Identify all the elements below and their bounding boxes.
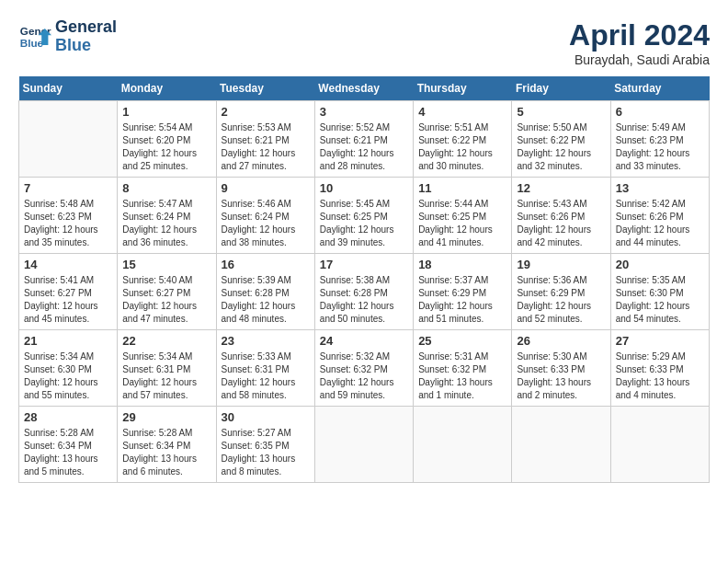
day-info: Sunrise: 5:50 AM Sunset: 6:22 PM Dayligh…: [517, 121, 605, 173]
location-subtitle: Buraydah, Saudi Arabia: [569, 52, 710, 67]
day-info: Sunrise: 5:28 AM Sunset: 6:34 PM Dayligh…: [122, 427, 210, 478]
day-number: 22: [122, 334, 210, 348]
calendar-cell: 22Sunrise: 5:34 AM Sunset: 6:31 PM Dayli…: [118, 330, 216, 407]
day-info: Sunrise: 5:35 AM Sunset: 6:30 PM Dayligh…: [616, 274, 704, 326]
day-number: 19: [517, 258, 605, 271]
day-info: Sunrise: 5:46 AM Sunset: 6:24 PM Dayligh…: [222, 198, 310, 249]
day-number: 27: [616, 334, 704, 348]
day-info: Sunrise: 5:54 AM Sunset: 6:20 PM Dayligh…: [122, 121, 210, 173]
day-info: Sunrise: 5:44 AM Sunset: 6:25 PM Dayligh…: [418, 198, 506, 249]
calendar-cell: [314, 407, 413, 483]
day-info: Sunrise: 5:53 AM Sunset: 6:21 PM Dayligh…: [222, 121, 310, 173]
day-info: Sunrise: 5:33 AM Sunset: 6:31 PM Dayligh…: [222, 350, 310, 402]
day-number: 3: [320, 105, 408, 119]
page-header: General Blue General Blue April 2024 Bur…: [18, 18, 710, 67]
calendar-cell: 30Sunrise: 5:27 AM Sunset: 6:35 PM Dayli…: [216, 407, 314, 483]
calendar-cell: 6Sunrise: 5:49 AM Sunset: 6:23 PM Daylig…: [610, 101, 709, 178]
calendar-cell: 28Sunrise: 5:28 AM Sunset: 6:34 PM Dayli…: [19, 407, 118, 483]
calendar-cell: 9Sunrise: 5:46 AM Sunset: 6:24 PM Daylig…: [216, 178, 314, 254]
calendar-cell: 4Sunrise: 5:51 AM Sunset: 6:22 PM Daylig…: [414, 101, 512, 178]
weekday-header-tuesday: Tuesday: [216, 76, 314, 101]
calendar-cell: 29Sunrise: 5:28 AM Sunset: 6:34 PM Dayli…: [118, 407, 216, 483]
calendar-cell: 20Sunrise: 5:35 AM Sunset: 6:30 PM Dayli…: [610, 254, 709, 330]
title-block: April 2024 Buraydah, Saudi Arabia: [569, 18, 710, 67]
day-number: 18: [418, 258, 506, 271]
calendar-cell: 18Sunrise: 5:37 AM Sunset: 6:29 PM Dayli…: [414, 254, 512, 330]
calendar-week-row: 28Sunrise: 5:28 AM Sunset: 6:34 PM Dayli…: [19, 407, 710, 483]
day-number: 15: [122, 258, 210, 271]
day-info: Sunrise: 5:34 AM Sunset: 6:30 PM Dayligh…: [24, 350, 112, 402]
day-number: 8: [122, 181, 210, 195]
day-number: 7: [24, 181, 112, 195]
day-info: Sunrise: 5:45 AM Sunset: 6:25 PM Dayligh…: [320, 198, 408, 249]
day-number: 21: [24, 334, 112, 348]
day-number: 1: [122, 105, 210, 119]
calendar-cell: 26Sunrise: 5:30 AM Sunset: 6:33 PM Dayli…: [512, 330, 610, 407]
day-info: Sunrise: 5:36 AM Sunset: 6:29 PM Dayligh…: [517, 274, 605, 326]
calendar-cell: [19, 101, 118, 178]
day-number: 26: [517, 334, 605, 348]
calendar-cell: 19Sunrise: 5:36 AM Sunset: 6:29 PM Dayli…: [512, 254, 610, 330]
calendar-cell: 5Sunrise: 5:50 AM Sunset: 6:22 PM Daylig…: [512, 101, 610, 178]
day-number: 5: [517, 105, 605, 119]
day-info: Sunrise: 5:47 AM Sunset: 6:24 PM Dayligh…: [122, 198, 210, 249]
calendar-cell: 11Sunrise: 5:44 AM Sunset: 6:25 PM Dayli…: [414, 178, 512, 254]
day-number: 12: [517, 181, 605, 195]
day-info: Sunrise: 5:31 AM Sunset: 6:32 PM Dayligh…: [418, 350, 506, 402]
day-number: 20: [616, 258, 704, 271]
calendar-cell: 17Sunrise: 5:38 AM Sunset: 6:28 PM Dayli…: [314, 254, 413, 330]
calendar-table: SundayMondayTuesdayWednesdayThursdayFrid…: [18, 76, 710, 483]
calendar-cell: 15Sunrise: 5:40 AM Sunset: 6:27 PM Dayli…: [118, 254, 216, 330]
day-info: Sunrise: 5:34 AM Sunset: 6:31 PM Dayligh…: [122, 350, 210, 402]
day-number: 6: [616, 105, 704, 119]
calendar-cell: 14Sunrise: 5:41 AM Sunset: 6:27 PM Dayli…: [19, 254, 118, 330]
calendar-cell: 10Sunrise: 5:45 AM Sunset: 6:25 PM Dayli…: [314, 178, 413, 254]
weekday-header-row: SundayMondayTuesdayWednesdayThursdayFrid…: [19, 76, 710, 101]
day-number: 14: [24, 258, 112, 271]
calendar-cell: 16Sunrise: 5:39 AM Sunset: 6:28 PM Dayli…: [216, 254, 314, 330]
day-info: Sunrise: 5:41 AM Sunset: 6:27 PM Dayligh…: [24, 274, 112, 326]
calendar-cell: 24Sunrise: 5:32 AM Sunset: 6:32 PM Dayli…: [314, 330, 413, 407]
logo-text: General Blue: [55, 18, 117, 55]
weekday-header-monday: Monday: [118, 76, 216, 101]
calendar-cell: 2Sunrise: 5:53 AM Sunset: 6:21 PM Daylig…: [216, 101, 314, 178]
calendar-cell: 7Sunrise: 5:48 AM Sunset: 6:23 PM Daylig…: [19, 178, 118, 254]
day-info: Sunrise: 5:40 AM Sunset: 6:27 PM Dayligh…: [122, 274, 210, 326]
day-info: Sunrise: 5:43 AM Sunset: 6:26 PM Dayligh…: [517, 198, 605, 249]
calendar-cell: 13Sunrise: 5:42 AM Sunset: 6:26 PM Dayli…: [610, 178, 709, 254]
calendar-week-row: 21Sunrise: 5:34 AM Sunset: 6:30 PM Dayli…: [19, 330, 710, 407]
day-info: Sunrise: 5:37 AM Sunset: 6:29 PM Dayligh…: [418, 274, 506, 326]
day-info: Sunrise: 5:52 AM Sunset: 6:21 PM Dayligh…: [320, 121, 408, 173]
weekday-header-thursday: Thursday: [414, 76, 512, 101]
calendar-cell: 12Sunrise: 5:43 AM Sunset: 6:26 PM Dayli…: [512, 178, 610, 254]
day-info: Sunrise: 5:48 AM Sunset: 6:23 PM Dayligh…: [24, 198, 112, 249]
day-number: 13: [616, 181, 704, 195]
day-info: Sunrise: 5:28 AM Sunset: 6:34 PM Dayligh…: [24, 427, 112, 478]
calendar-cell: 1Sunrise: 5:54 AM Sunset: 6:20 PM Daylig…: [118, 101, 216, 178]
logo: General Blue General Blue: [18, 18, 117, 55]
day-number: 30: [222, 410, 310, 424]
calendar-cell: 23Sunrise: 5:33 AM Sunset: 6:31 PM Dayli…: [216, 330, 314, 407]
calendar-cell: 27Sunrise: 5:29 AM Sunset: 6:33 PM Dayli…: [610, 330, 709, 407]
weekday-header-saturday: Saturday: [610, 76, 709, 101]
weekday-header-friday: Friday: [512, 76, 610, 101]
day-number: 24: [320, 334, 408, 348]
logo-icon: General Blue: [18, 20, 51, 53]
svg-text:Blue: Blue: [20, 37, 44, 49]
day-info: Sunrise: 5:39 AM Sunset: 6:28 PM Dayligh…: [222, 274, 310, 326]
day-number: 17: [320, 258, 408, 271]
day-info: Sunrise: 5:42 AM Sunset: 6:26 PM Dayligh…: [616, 198, 704, 249]
calendar-cell: [610, 407, 709, 483]
day-number: 25: [418, 334, 506, 348]
day-info: Sunrise: 5:27 AM Sunset: 6:35 PM Dayligh…: [222, 427, 310, 478]
day-number: 23: [222, 334, 310, 348]
calendar-cell: 21Sunrise: 5:34 AM Sunset: 6:30 PM Dayli…: [19, 330, 118, 407]
calendar-cell: 3Sunrise: 5:52 AM Sunset: 6:21 PM Daylig…: [314, 101, 413, 178]
calendar-cell: [512, 407, 610, 483]
day-number: 16: [222, 258, 310, 271]
day-number: 28: [24, 410, 112, 424]
day-info: Sunrise: 5:29 AM Sunset: 6:33 PM Dayligh…: [616, 350, 704, 402]
calendar-week-row: 14Sunrise: 5:41 AM Sunset: 6:27 PM Dayli…: [19, 254, 710, 330]
day-number: 4: [418, 105, 506, 119]
day-number: 29: [122, 410, 210, 424]
